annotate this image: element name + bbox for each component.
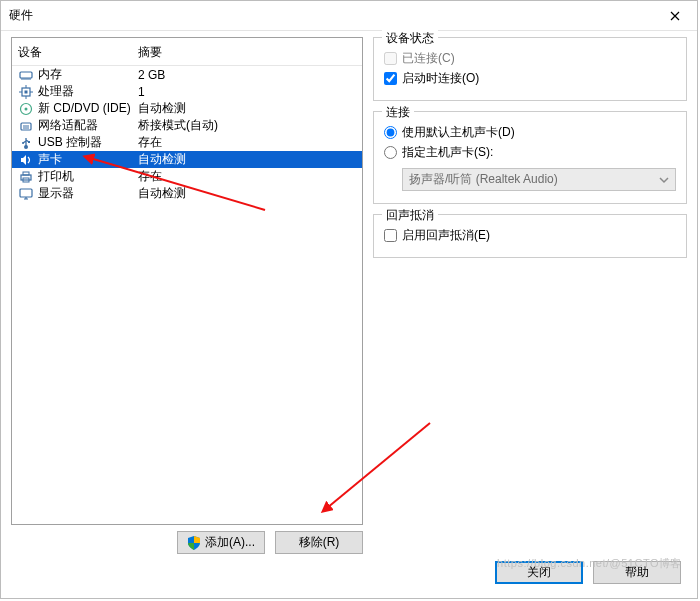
group-device-status: 设备状态 已连接(C) 启动时连接(O): [373, 37, 687, 101]
device-name: 处理器: [38, 83, 138, 100]
titlebar: 硬件: [1, 1, 697, 31]
device-summary: 自动检测: [138, 100, 362, 117]
device-summary: 2 GB: [138, 68, 362, 82]
radio-use-default-label: 使用默认主机声卡(D): [402, 124, 515, 141]
device-summary: 自动检测: [138, 185, 362, 202]
checkbox-echo-cancel-input[interactable]: [384, 229, 397, 242]
dialog-body: 设备 摘要 内存 2 GB 处理器 1 新 CD/DVD (IDE) 自动检测 …: [1, 31, 697, 598]
svg-rect-10: [23, 172, 29, 175]
device-name: 声卡: [38, 151, 138, 168]
checkbox-connected: 已连接(C): [384, 48, 676, 68]
svg-point-7: [22, 142, 24, 144]
hardware-dialog: 硬件 设备 摘要 内存 2 GB 处理器 1 新 CD/DVD (IDE) 自动…: [0, 0, 698, 599]
printer-icon: [18, 169, 34, 185]
split-pane: 设备 摘要 内存 2 GB 处理器 1 新 CD/DVD (IDE) 自动检测 …: [11, 37, 687, 554]
sound-icon: [18, 152, 34, 168]
device-summary: 存在: [138, 168, 362, 185]
host-soundcard-value: 扬声器/听筒 (Realtek Audio): [409, 171, 558, 188]
radio-specify-host-input[interactable]: [384, 146, 397, 159]
legend-status: 设备状态: [382, 30, 438, 47]
disc-icon: [18, 101, 34, 117]
close-button[interactable]: 关闭: [495, 561, 583, 584]
device-name: USB 控制器: [38, 134, 138, 151]
device-row[interactable]: 打印机 存在: [12, 168, 362, 185]
close-icon: [670, 11, 680, 21]
legend-connection: 连接: [382, 104, 414, 121]
svg-point-4: [25, 107, 28, 110]
device-summary: 存在: [138, 134, 362, 151]
memory-icon: [18, 67, 34, 83]
device-name: 内存: [38, 66, 138, 83]
usb-icon: [18, 135, 34, 151]
dialog-footer: 关闭 帮助: [11, 554, 687, 590]
device-list-buttons: 添加(A)... 移除(R): [11, 525, 363, 554]
device-row[interactable]: 处理器 1: [12, 83, 362, 100]
group-echo: 回声抵消 启用回声抵消(E): [373, 214, 687, 258]
device-row[interactable]: 声卡 自动检测: [12, 151, 362, 168]
checkbox-echo-cancel[interactable]: 启用回声抵消(E): [384, 225, 676, 245]
svg-rect-2: [25, 90, 28, 93]
close-window-button[interactable]: [653, 1, 697, 31]
legend-echo: 回声抵消: [382, 207, 438, 224]
add-button[interactable]: 添加(A)...: [177, 531, 265, 554]
remove-button[interactable]: 移除(R): [275, 531, 363, 554]
checkbox-connect-on-boot-input[interactable]: [384, 72, 397, 85]
close-button-label: 关闭: [527, 564, 551, 581]
checkbox-connected-input: [384, 52, 397, 65]
checkbox-connect-on-boot-label: 启动时连接(O): [402, 70, 479, 87]
host-soundcard-combo: 扬声器/听筒 (Realtek Audio): [402, 168, 676, 191]
column-summary: 摘要: [138, 44, 362, 61]
cpu-icon: [18, 84, 34, 100]
checkbox-connected-label: 已连接(C): [402, 50, 455, 67]
device-row[interactable]: 显示器 自动检测: [12, 185, 362, 202]
device-name: 网络适配器: [38, 117, 138, 134]
display-icon: [18, 186, 34, 202]
group-connection: 连接 使用默认主机声卡(D) 指定主机声卡(S): 扬声器/听筒 (Realte…: [373, 111, 687, 204]
svg-rect-8: [28, 141, 30, 143]
device-rows: 内存 2 GB 处理器 1 新 CD/DVD (IDE) 自动检测 网络适配器 …: [12, 66, 362, 524]
network-icon: [18, 118, 34, 134]
device-list[interactable]: 设备 摘要 内存 2 GB 处理器 1 新 CD/DVD (IDE) 自动检测 …: [11, 37, 363, 525]
remove-button-label: 移除(R): [299, 534, 340, 551]
device-row[interactable]: 网络适配器 桥接模式(自动): [12, 117, 362, 134]
checkbox-echo-cancel-label: 启用回声抵消(E): [402, 227, 490, 244]
radio-specify-host-label: 指定主机声卡(S):: [402, 144, 493, 161]
device-row[interactable]: 内存 2 GB: [12, 66, 362, 83]
device-row[interactable]: 新 CD/DVD (IDE) 自动检测: [12, 100, 362, 117]
left-pane: 设备 摘要 内存 2 GB 处理器 1 新 CD/DVD (IDE) 自动检测 …: [11, 37, 363, 554]
checkbox-connect-on-boot[interactable]: 启动时连接(O): [384, 68, 676, 88]
device-summary: 1: [138, 85, 362, 99]
add-button-label: 添加(A)...: [205, 534, 255, 551]
chevron-down-icon: [659, 173, 669, 187]
column-device: 设备: [18, 44, 138, 61]
radio-specify-host[interactable]: 指定主机声卡(S):: [384, 142, 676, 162]
svg-rect-0: [20, 72, 32, 78]
right-pane: 设备状态 已连接(C) 启动时连接(O) 连接 使用默认主机声卡(D): [373, 37, 687, 554]
help-button[interactable]: 帮助: [593, 561, 681, 584]
uac-shield-icon: [187, 536, 201, 550]
device-name: 新 CD/DVD (IDE): [38, 100, 138, 117]
radio-use-default-input[interactable]: [384, 126, 397, 139]
radio-use-default[interactable]: 使用默认主机声卡(D): [384, 122, 676, 142]
svg-rect-12: [20, 189, 32, 197]
device-summary: 桥接模式(自动): [138, 117, 362, 134]
window-title: 硬件: [9, 7, 653, 24]
device-summary: 自动检测: [138, 151, 362, 168]
device-row[interactable]: USB 控制器 存在: [12, 134, 362, 151]
column-headers: 设备 摘要: [12, 38, 362, 65]
help-button-label: 帮助: [625, 564, 649, 581]
device-name: 打印机: [38, 168, 138, 185]
device-name: 显示器: [38, 185, 138, 202]
